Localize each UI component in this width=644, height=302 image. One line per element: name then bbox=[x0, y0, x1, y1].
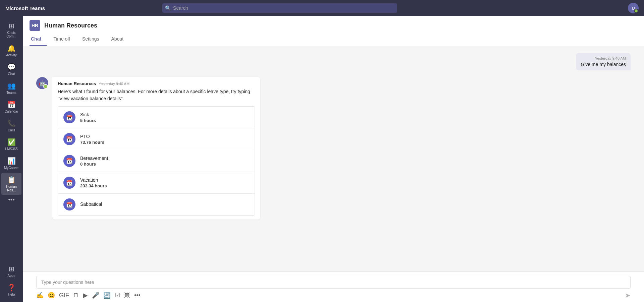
chat-area: Yesterday 9:40 AM Give me my balances 🤖 … bbox=[23, 46, 644, 271]
sidebar-item-teams[interactable]: 👥 Teams bbox=[1, 79, 21, 97]
vacation-icon: 📆 bbox=[63, 177, 75, 189]
balance-card-list: 📆 Sick 5 hours 📆 PTO 73.76 hours bbox=[58, 106, 255, 216]
user-message-bubble: Yesterday 9:40 AM Give me my balances bbox=[576, 53, 631, 70]
bereavement-label: Bereavement bbox=[80, 156, 108, 161]
top-bar: Microsoft Teams 🔍 U bbox=[0, 0, 644, 16]
channel-name: Human Resources bbox=[44, 22, 97, 29]
tab-time-off[interactable]: Time off bbox=[48, 34, 75, 46]
sidebar-item-help[interactable]: ❓ Help bbox=[1, 281, 21, 299]
search-bar[interactable]: 🔍 bbox=[162, 3, 397, 13]
bereavement-hours: 0 hours bbox=[80, 162, 108, 167]
sidebar-item-label: Chat bbox=[8, 72, 15, 76]
sidebar-item-label: MyCareer bbox=[4, 166, 19, 170]
balance-card-pto[interactable]: 📆 PTO 73.76 hours bbox=[58, 128, 255, 150]
sidebar-item-human-res[interactable]: 📋 Human Res... bbox=[1, 173, 21, 195]
search-icon: 🔍 bbox=[165, 5, 171, 11]
send-button[interactable]: ➤ bbox=[625, 291, 631, 299]
vacation-hours: 233.34 hours bbox=[80, 183, 107, 188]
emoji-icon[interactable]: 😊 bbox=[48, 292, 55, 299]
crisis-com-icon: ⊞ bbox=[9, 22, 14, 30]
channel-header: HR Human Resources Chat Time off Setting… bbox=[23, 16, 644, 46]
sabbatical-icon: 📆 bbox=[63, 198, 75, 210]
more-button[interactable]: ••• bbox=[8, 196, 15, 203]
sidebar-item-chat[interactable]: 💬 Chat bbox=[1, 60, 21, 78]
sidebar-item-crisis-com[interactable]: ⊞ Crisis Com... bbox=[1, 19, 21, 41]
vacation-label: Vacation bbox=[80, 177, 107, 183]
app-title: Microsoft Teams bbox=[5, 5, 45, 11]
sidebar-item-activity[interactable]: 🔔 Activity bbox=[1, 42, 21, 60]
format-icon[interactable]: ✍ bbox=[36, 292, 44, 299]
human-res-icon: 📋 bbox=[7, 176, 16, 184]
top-bar-right: U bbox=[628, 3, 639, 13]
sidebar-item-label: Calendar bbox=[5, 110, 18, 113]
balance-card-sabbatical[interactable]: 📆 Sabbatical bbox=[58, 194, 255, 215]
bot-text: Here's what I found for your balances. F… bbox=[58, 88, 255, 102]
meet-icon[interactable]: ▶ bbox=[83, 292, 88, 299]
sidebar-item-label: LMS365 bbox=[5, 147, 17, 151]
task-icon[interactable]: ☑ bbox=[115, 292, 120, 299]
sidebar-item-mycareer[interactable]: 📊 MyCareer bbox=[1, 154, 21, 172]
sabbatical-label: Sabbatical bbox=[80, 201, 102, 207]
user-message: Yesterday 9:40 AM Give me my balances bbox=[36, 53, 631, 70]
content-area: HR Human Resources Chat Time off Setting… bbox=[23, 16, 644, 302]
bot-avatar: 🤖 bbox=[36, 77, 48, 89]
balance-info-sick: Sick 5 hours bbox=[80, 112, 96, 123]
pto-label: PTO bbox=[80, 134, 104, 139]
tab-about[interactable]: About bbox=[106, 34, 129, 46]
image-icon[interactable]: 🖼 bbox=[124, 292, 130, 299]
sidebar-item-label: Human Res... bbox=[3, 185, 20, 192]
lms365-icon: ✅ bbox=[7, 138, 16, 146]
gif-icon[interactable]: GIF bbox=[59, 292, 69, 299]
user-message-timestamp: Yesterday 9:40 AM bbox=[581, 56, 626, 60]
balance-info-sabbatical: Sabbatical bbox=[80, 201, 102, 207]
search-input[interactable] bbox=[162, 3, 397, 13]
channel-title-row: HR Human Resources bbox=[30, 16, 637, 34]
balance-info-bereavement: Bereavement 0 hours bbox=[80, 156, 108, 167]
activity-icon: 🔔 bbox=[7, 44, 16, 52]
sick-label: Sick bbox=[80, 112, 96, 117]
sidebar-item-label: Crisis Com... bbox=[3, 31, 20, 38]
more-toolbar-icon[interactable]: ••• bbox=[134, 292, 141, 299]
sidebar-item-label: Teams bbox=[6, 91, 16, 95]
mycareer-icon: 📊 bbox=[7, 157, 16, 165]
avatar[interactable]: U bbox=[628, 3, 639, 13]
chat-icon: 💬 bbox=[7, 63, 16, 71]
bot-message: 🤖 Human Resources Yesterday 9:40 AM Here… bbox=[36, 77, 631, 220]
tab-settings[interactable]: Settings bbox=[77, 34, 105, 46]
sidebar-item-label: Help bbox=[8, 293, 15, 296]
sidebar-item-apps[interactable]: ⊞ Apps bbox=[1, 262, 21, 280]
calls-icon: 📞 bbox=[7, 119, 16, 127]
apps-icon: ⊞ bbox=[9, 265, 14, 273]
pto-icon: 📆 bbox=[63, 133, 75, 145]
help-icon: ❓ bbox=[7, 284, 16, 292]
balance-card-sick[interactable]: 📆 Sick 5 hours bbox=[58, 107, 255, 128]
sick-hours: 5 hours bbox=[80, 118, 96, 123]
bot-name: Human Resources bbox=[58, 81, 96, 86]
sidebar-item-label: Activity bbox=[6, 53, 17, 57]
bot-message-content: Human Resources Yesterday 9:40 AM Here's… bbox=[52, 77, 260, 220]
balance-info-pto: PTO 73.76 hours bbox=[80, 134, 104, 145]
channel-icon: HR bbox=[30, 20, 40, 31]
teams-icon: 👥 bbox=[7, 82, 16, 90]
tab-chat[interactable]: Chat bbox=[30, 34, 47, 46]
bot-timestamp: Yesterday 9:40 AM bbox=[99, 82, 129, 86]
main-layout: ⊞ Crisis Com... 🔔 Activity 💬 Chat 👥 Team… bbox=[0, 16, 644, 302]
balance-card-bereavement[interactable]: 📆 Bereavement 0 hours bbox=[58, 150, 255, 172]
loop-icon[interactable]: 🔄 bbox=[103, 292, 111, 299]
pto-hours: 73.76 hours bbox=[80, 140, 104, 145]
bereavement-icon: 📆 bbox=[63, 155, 75, 167]
balance-info-vacation: Vacation 233.34 hours bbox=[80, 177, 107, 188]
sidebar: ⊞ Crisis Com... 🔔 Activity 💬 Chat 👥 Team… bbox=[0, 16, 23, 302]
input-area: Type your questions here ✍ 😊 GIF 🗒 ▶ 🎤 🔄… bbox=[23, 271, 644, 302]
audio-icon[interactable]: 🎤 bbox=[92, 292, 99, 299]
balance-card-vacation[interactable]: 📆 Vacation 233.34 hours bbox=[58, 172, 255, 194]
channel-tabs: Chat Time off Settings About bbox=[30, 34, 637, 46]
sidebar-item-calls[interactable]: 📞 Calls bbox=[1, 117, 21, 135]
sidebar-item-calendar[interactable]: 📅 Calendar bbox=[1, 98, 21, 116]
sticker-icon[interactable]: 🗒 bbox=[73, 292, 79, 299]
sidebar-item-label: Apps bbox=[8, 274, 15, 278]
input-toolbar: ✍ 😊 GIF 🗒 ▶ 🎤 🔄 ☑ 🖼 ••• ➤ bbox=[36, 291, 631, 299]
message-input-box[interactable]: Type your questions here bbox=[36, 276, 631, 289]
sick-icon: 📆 bbox=[63, 111, 75, 123]
sidebar-item-lms365[interactable]: ✅ LMS365 bbox=[1, 135, 21, 154]
